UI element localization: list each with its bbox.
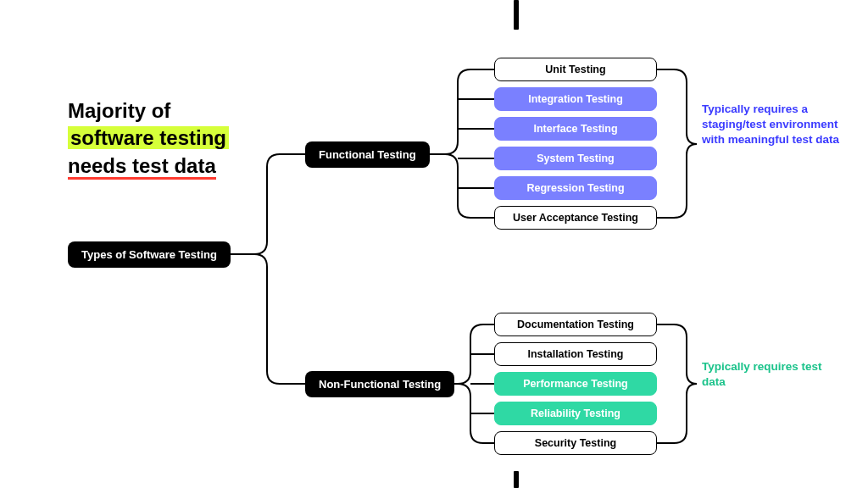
root-node: Types of Software Testing	[68, 241, 231, 268]
leaf-interface-testing: Interface Testing	[494, 117, 657, 141]
leaf-installation-testing: Installation Testing	[494, 342, 657, 366]
diagram-stage: Majority of software testing needs test …	[0, 0, 868, 488]
leaf-reliability-testing: Reliability Testing	[494, 402, 657, 425]
leaf-system-testing: System Testing	[494, 147, 657, 170]
title-underline: needs test data	[68, 154, 216, 180]
leaf-unit-testing: Unit Testing	[494, 58, 657, 81]
leaf-integration-testing: Integration Testing	[494, 87, 657, 111]
root-label: Types of Software Testing	[81, 248, 217, 261]
diagram-title: Majority of software testing needs test …	[68, 97, 288, 180]
functional-label: Functional Testing	[319, 148, 416, 161]
nonfunctional-label: Non-Functional Testing	[319, 378, 441, 391]
note-blue: Typically requires a staging/test enviro…	[702, 102, 846, 148]
nonfunctional-node: Non-Functional Testing	[305, 371, 454, 397]
leaf-performance-testing: Performance Testing	[494, 372, 657, 396]
title-line-1: Majority of	[68, 99, 170, 122]
bottom-divider	[514, 471, 519, 488]
leaf-security-testing: Security Testing	[494, 431, 657, 455]
note-green: Typically requires test data	[702, 359, 846, 390]
leaf-user-acceptance-testing: User Acceptance Testing	[494, 206, 657, 230]
top-divider	[514, 0, 519, 30]
leaf-regression-testing: Regression Testing	[494, 176, 657, 200]
leaf-documentation-testing: Documentation Testing	[494, 313, 657, 336]
functional-node: Functional Testing	[305, 141, 430, 168]
title-highlight: software testing	[68, 126, 229, 149]
